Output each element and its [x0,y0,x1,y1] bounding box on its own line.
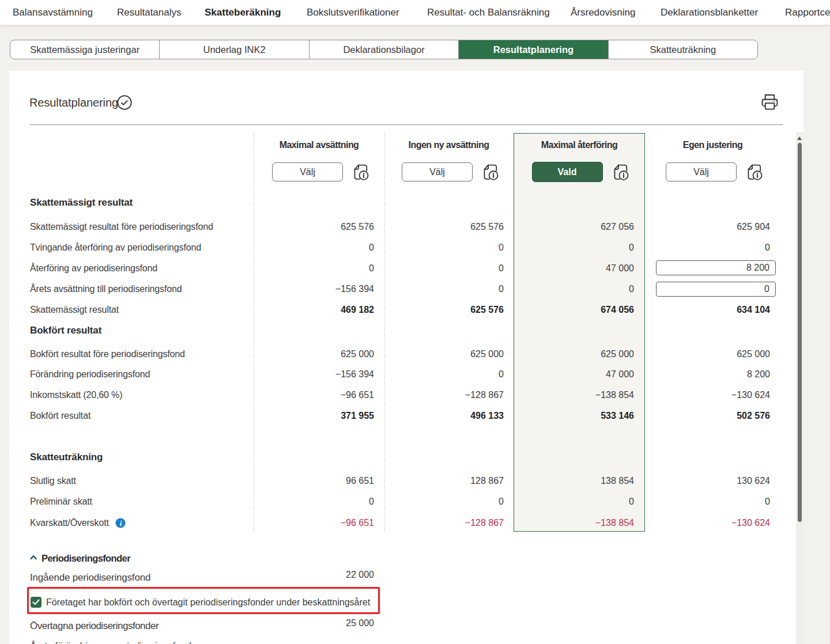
svg-text:i: i [120,519,122,528]
